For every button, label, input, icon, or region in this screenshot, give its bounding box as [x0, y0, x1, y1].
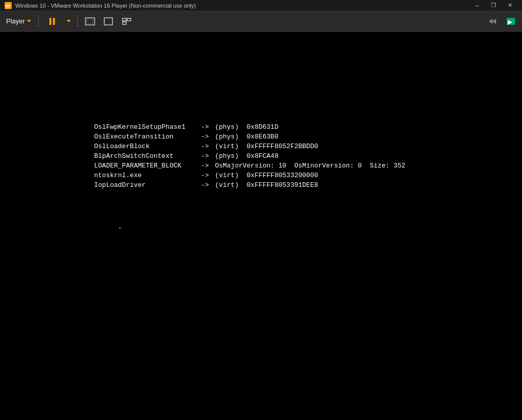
- func-name: OslExecuteTransition: [94, 132, 201, 142]
- window-controls: ─ ❐ ✕: [469, 0, 518, 11]
- minimize-button[interactable]: ─: [469, 0, 485, 11]
- arrow-sym: ->: [201, 161, 213, 171]
- arrow-sym: ->: [201, 122, 213, 132]
- nav-back-icon: [487, 17, 498, 26]
- close-button[interactable]: ✕: [502, 0, 518, 11]
- player-menu-button[interactable]: Player: [3, 15, 34, 27]
- toolbar-separator-2: [77, 15, 78, 27]
- line-value: (phys) 0x8E63B0: [215, 132, 278, 142]
- func-name: OslFwpKernelSetupPhase1: [94, 122, 201, 132]
- window-title: Windows 10 - VMware Workstation 16 Playe…: [15, 3, 196, 9]
- arrow-sym: ->: [201, 132, 213, 142]
- svg-rect-3: [87, 19, 93, 23]
- console-line: OslExecuteTransition-> (phys) 0x8E63B0: [94, 132, 405, 142]
- console-line: LOADER_PARAMETER_BLOCK-> OsMajorVersion:…: [94, 161, 405, 171]
- toolbar-right: ▶: [484, 13, 519, 30]
- svg-marker-8: [489, 19, 492, 24]
- line-value: (phys) 0x8D631D: [215, 122, 278, 132]
- func-name: LOADER_PARAMETER_BLOCK: [94, 161, 201, 171]
- fullscreen-icon: [103, 17, 113, 26]
- line-value: OsMajorVersion: 10 OsMinorVersion: 0 Siz…: [215, 161, 405, 171]
- func-name: ntoskrnl.exe: [94, 171, 201, 180]
- pause-button[interactable]: [43, 13, 62, 30]
- func-name: IopLoadDriver: [94, 180, 201, 190]
- fit-guest-icon: [85, 17, 95, 26]
- svg-rect-4: [104, 18, 112, 25]
- console-output: OslFwpKernelSetupPhase1-> (phys) 0x8D631…: [94, 103, 405, 262]
- console-line: ntoskrnl.exe-> (virt) 0xFFFFF80533200000: [94, 171, 405, 180]
- arrow-sym: ->: [201, 142, 213, 151]
- line-value: (virt) 0xFFFFF80533200000: [215, 171, 318, 180]
- svg-text:W: W: [6, 3, 11, 9]
- unity-button[interactable]: [119, 13, 135, 30]
- unity-icon: [122, 17, 132, 26]
- cursor-line: -: [94, 213, 405, 242]
- vmware-icon: W: [4, 2, 12, 10]
- fit-guest-button[interactable]: [82, 13, 98, 30]
- line-value: (virt) 0xFFFFF8053391DEE8: [215, 180, 318, 190]
- vm-console[interactable]: OslFwpKernelSetupPhase1-> (phys) 0x8D631…: [0, 32, 522, 420]
- vmware-remote-icon: ▶: [506, 17, 516, 26]
- arrow-sym: ->: [201, 151, 213, 161]
- func-name: OslLoaderBlock: [94, 142, 201, 151]
- toolbar: Player: [0, 11, 522, 32]
- arrow-sym: ->: [201, 171, 213, 180]
- line-value: (virt) 0xFFFFF8052F2BBDD0: [215, 142, 318, 151]
- fullscreen-button[interactable]: [100, 13, 117, 30]
- toolbar-separator-1: [38, 15, 39, 27]
- svg-rect-6: [127, 18, 131, 21]
- pause-dropdown-button[interactable]: [64, 13, 73, 30]
- line-value: (phys) 0x8FCA48: [215, 151, 278, 161]
- pause-icon: [49, 18, 55, 25]
- player-label: Player: [6, 17, 25, 25]
- restore-button[interactable]: ❐: [485, 0, 502, 11]
- svg-marker-9: [492, 19, 496, 24]
- console-line: BlpArchSwitchContext-> (phys) 0x8FCA48: [94, 151, 405, 161]
- cursor-dash: -: [118, 224, 122, 232]
- vmware-remote-button[interactable]: ▶: [503, 13, 519, 30]
- player-dropdown-arrow: [27, 20, 31, 22]
- console-line: IopLoadDriver-> (virt) 0xFFFFF8053391DEE…: [94, 180, 405, 190]
- console-line: OslFwpKernelSetupPhase1-> (phys) 0x8D631…: [94, 122, 405, 132]
- arrow-sym: ->: [201, 180, 213, 190]
- title-bar: W Windows 10 - VMware Workstation 16 Pla…: [0, 0, 522, 11]
- svg-rect-7: [123, 22, 126, 24]
- func-name: BlpArchSwitchContext: [94, 151, 201, 161]
- svg-rect-5: [123, 18, 126, 21]
- title-bar-left: W Windows 10 - VMware Workstation 16 Pla…: [4, 2, 196, 10]
- console-line: OslLoaderBlock-> (virt) 0xFFFFF8052F2BBD…: [94, 142, 405, 151]
- pause-dropdown-icon: [67, 20, 71, 22]
- nav-back-button[interactable]: [484, 13, 501, 30]
